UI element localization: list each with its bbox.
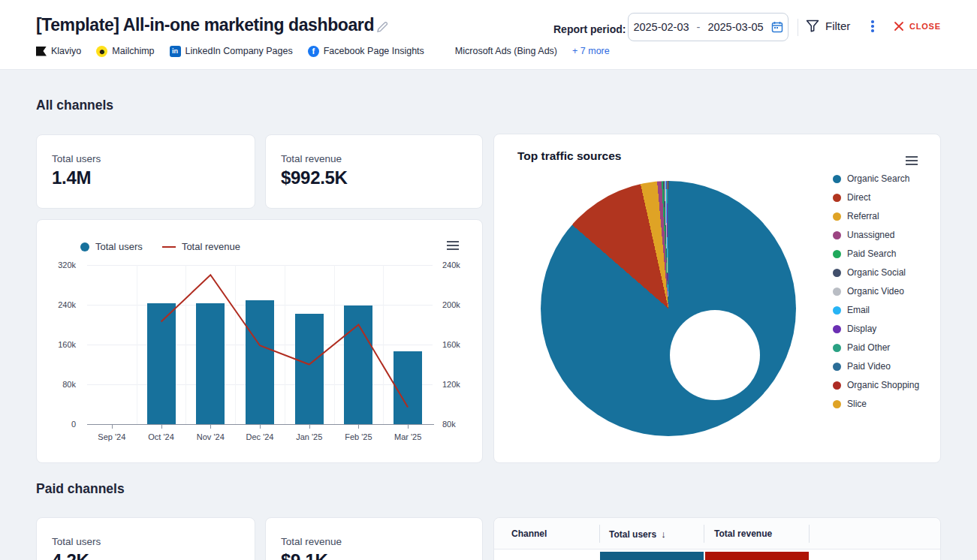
chart-menu-icon[interactable] xyxy=(906,156,918,165)
close-label: CLOSE xyxy=(909,22,941,31)
donut-legend-item[interactable]: Organic Search xyxy=(833,174,919,183)
kpi-value: 4.2K xyxy=(52,550,89,560)
legend-label: Paid Search xyxy=(847,248,896,259)
legend-label: Organic Search xyxy=(847,173,909,184)
date-start: 2025-02-03 xyxy=(633,21,689,33)
more-options-kebab[interactable] xyxy=(867,20,878,35)
sort-desc-icon: ↓ xyxy=(661,528,666,540)
donut-legend: Organic SearchDirectReferralUnassignedPa… xyxy=(833,174,919,408)
donut-legend-item[interactable]: Paid Search xyxy=(833,249,919,258)
x-axis-label: Sep '24 xyxy=(88,432,136,441)
header-divider xyxy=(798,19,798,36)
source-badge-facebook[interactable]: fFacebook Page Insights xyxy=(308,46,424,57)
kpi-label: Total users xyxy=(52,153,101,164)
top-traffic-sources-card: Top traffic sources Organic SearchDirect… xyxy=(493,134,941,463)
more-sources-link[interactable]: + 7 more xyxy=(572,46,610,56)
legend-label: Total revenue xyxy=(182,241,240,252)
source-name: Klaviyo xyxy=(51,46,81,56)
source-name: Microsoft Ads (Bing Ads) xyxy=(455,46,557,56)
table-row-revenue-bar[interactable] xyxy=(705,552,809,560)
donut-legend-item[interactable]: Organic Shopping xyxy=(833,381,919,390)
x-axis-label: Dec '24 xyxy=(236,432,284,441)
date-range-picker[interactable]: 2025-02-03 - 2025-03-05 xyxy=(628,13,789,41)
donut-legend-item[interactable]: Referral xyxy=(833,212,919,221)
left-axis-tick: 320k xyxy=(37,260,76,269)
edit-title-icon[interactable] xyxy=(375,20,389,34)
filter-button[interactable]: Filter xyxy=(806,20,850,32)
column-header-total-revenue[interactable]: Total revenue xyxy=(714,528,772,539)
legend-label: Display xyxy=(847,324,876,334)
source-badge-microsoft[interactable]: Microsoft Ads (Bing Ads) xyxy=(439,46,557,57)
donut-legend-item[interactable]: Organic Video xyxy=(833,287,919,296)
donut-legend-item[interactable]: Unassigned xyxy=(833,230,919,239)
legend-label: Slice xyxy=(847,399,867,409)
right-axis-tick: 120k xyxy=(442,380,480,389)
filter-label: Filter xyxy=(825,20,850,32)
donut-legend-item[interactable]: Direct xyxy=(833,193,919,202)
donut-legend-item[interactable]: Slice xyxy=(833,399,919,408)
kpi-value: $9.1K xyxy=(281,550,328,560)
kpi-label: Total revenue xyxy=(281,153,342,164)
legend-color-dot xyxy=(833,250,841,258)
donut-legend-item[interactable]: Paid Other xyxy=(833,343,919,352)
column-header-channel[interactable]: Channel xyxy=(511,528,547,539)
table-row-users-bar[interactable] xyxy=(600,552,704,560)
legend-label: Organic Shopping xyxy=(847,380,919,390)
legend-label: Total users xyxy=(95,241,143,252)
close-x-icon xyxy=(894,21,904,32)
paid-channels-heading: Paid channels xyxy=(36,481,125,497)
legend-color-dot xyxy=(833,325,841,333)
donut-legend-item[interactable]: Email xyxy=(833,306,919,315)
source-badge-klaviyo[interactable]: Klaviyo xyxy=(36,46,81,56)
legend-label: Organic Social xyxy=(847,267,906,278)
right-axis-tick: 200k xyxy=(442,300,480,309)
date-end: 2025-03-05 xyxy=(707,21,763,33)
x-axis-label: Mar '25 xyxy=(384,432,432,441)
donut-legend-item[interactable]: Display xyxy=(833,324,919,333)
legend-label: Organic Video xyxy=(847,286,904,297)
legend-color-dot xyxy=(80,242,89,251)
close-button[interactable]: CLOSE xyxy=(894,21,941,32)
legend-line-swatch xyxy=(162,246,176,248)
right-axis-tick: 240k xyxy=(442,260,480,269)
users-revenue-chart-card: Total users Total revenue 320k240k160k80… xyxy=(36,219,483,463)
combo-chart-legend: Total users Total revenue xyxy=(80,241,240,252)
chart-menu-icon[interactable] xyxy=(447,241,459,250)
data-sources-row: Klaviyo☻MailchimpinLinkedIn Company Page… xyxy=(36,44,610,58)
legend-color-dot xyxy=(833,381,841,390)
legend-color-dot xyxy=(833,212,841,221)
source-name: Mailchimp xyxy=(112,46,154,56)
source-badge-mailchimp[interactable]: ☻Mailchimp xyxy=(96,46,154,57)
column-header-total-users[interactable]: Total users ↓ xyxy=(609,528,666,540)
header-bar: [Template] All-in-one marketing dashboar… xyxy=(0,0,977,70)
legend-color-dot xyxy=(833,306,841,315)
page-title: [Template] All-in-one marketing dashboar… xyxy=(36,15,374,35)
legend-label: Paid Video xyxy=(847,361,891,372)
mailchimp-icon: ☻ xyxy=(96,46,107,57)
kpi-card-total-users: Total users 1.4M xyxy=(36,134,255,209)
donut-legend-item[interactable]: Organic Social xyxy=(833,268,919,277)
kpi-value: $992.5K xyxy=(281,167,348,188)
left-axis-tick: 0 xyxy=(37,420,76,429)
filter-funnel-icon xyxy=(806,20,819,32)
donut-hole xyxy=(670,310,760,400)
kpi-card-paid-total-users: Total users 4.2K xyxy=(36,517,255,560)
x-axis-label: Feb '25 xyxy=(334,432,382,441)
legend-color-dot xyxy=(833,288,841,296)
legend-color-dot xyxy=(833,175,841,183)
legend-label: Paid Other xyxy=(847,342,890,353)
legend-label: Direct xyxy=(847,192,870,203)
left-axis-tick: 80k xyxy=(37,380,76,389)
x-axis-label: Oct '24 xyxy=(137,432,185,441)
legend-item-total-revenue[interactable]: Total revenue xyxy=(162,241,240,252)
x-axis-label: Jan '25 xyxy=(285,432,333,441)
legend-color-dot xyxy=(833,400,841,408)
line-total-revenue[interactable] xyxy=(87,265,433,424)
legend-item-total-users[interactable]: Total users xyxy=(80,241,143,252)
donut-legend-item[interactable]: Paid Video xyxy=(833,362,919,371)
left-axis-tick: 240k xyxy=(37,300,76,309)
table-header-row: Channel Total users ↓ Total revenue xyxy=(494,518,940,549)
traffic-sources-donut[interactable] xyxy=(541,181,796,436)
report-period-label: Report period: xyxy=(553,23,626,35)
source-badge-linkedin[interactable]: inLinkedIn Company Pages xyxy=(170,46,293,57)
